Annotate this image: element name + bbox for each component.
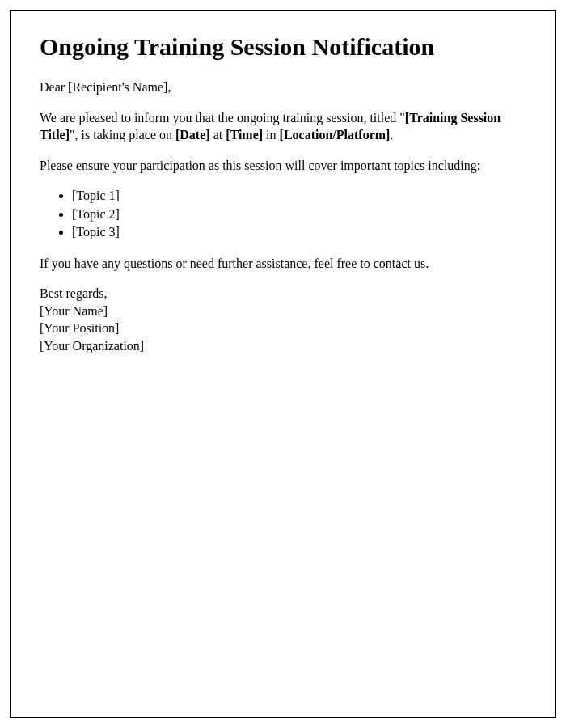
- location-placeholder: [Location/Platform]: [280, 128, 391, 142]
- topics-list: [Topic 1] [Topic 2] [Topic 3]: [72, 187, 526, 241]
- document-container: Ongoing Training Session Notification De…: [10, 10, 556, 718]
- salutation-prefix: Dear: [40, 80, 68, 94]
- closing-line: If you have any questions or need furthe…: [40, 255, 526, 273]
- recipient-name-placeholder: [Recipient's Name]: [68, 80, 167, 94]
- page-title: Ongoing Training Session Notification: [40, 33, 526, 61]
- list-item: [Topic 1]: [72, 187, 526, 205]
- your-name-placeholder: [Your Name]: [40, 303, 526, 320]
- intro-text-1: We are pleased to inform you that the on…: [40, 111, 405, 125]
- intro-paragraph: We are pleased to inform you that the on…: [40, 109, 526, 144]
- intro-text-3: at: [210, 128, 226, 142]
- date-placeholder: [Date]: [175, 128, 210, 142]
- salutation: Dear [Recipient's Name],: [40, 78, 526, 96]
- your-position-placeholder: [Your Position]: [40, 320, 526, 337]
- salutation-suffix: ,: [167, 80, 171, 94]
- list-item: [Topic 3]: [72, 223, 526, 241]
- signoff: Best regards,: [40, 285, 526, 303]
- time-placeholder: [Time]: [226, 128, 263, 142]
- list-item: [Topic 2]: [72, 205, 526, 223]
- your-organization-placeholder: [Your Organization]: [40, 337, 526, 355]
- participation-line: Please ensure your participation as this…: [40, 157, 526, 175]
- intro-text-5: .: [390, 128, 393, 142]
- intro-text-2: ", is taking place on: [70, 128, 175, 142]
- intro-text-4: in: [263, 128, 279, 142]
- signature-block: Best regards, [Your Name] [Your Position…: [40, 285, 526, 354]
